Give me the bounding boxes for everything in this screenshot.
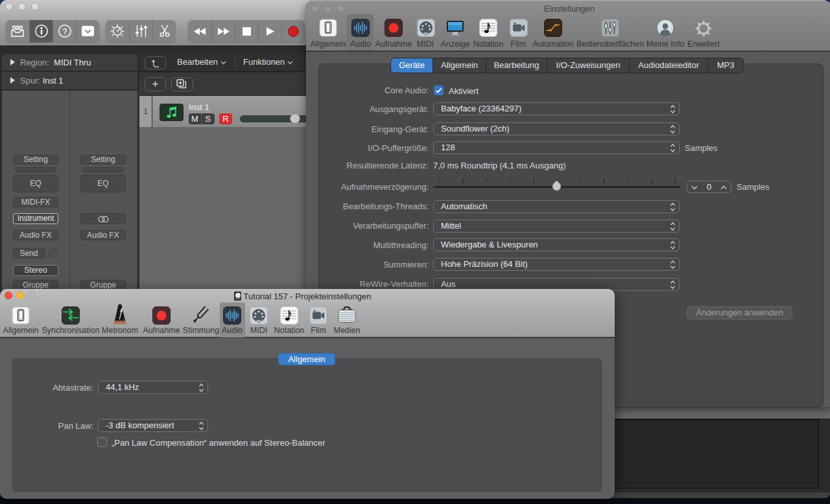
- svg-text:?: ?: [62, 27, 67, 36]
